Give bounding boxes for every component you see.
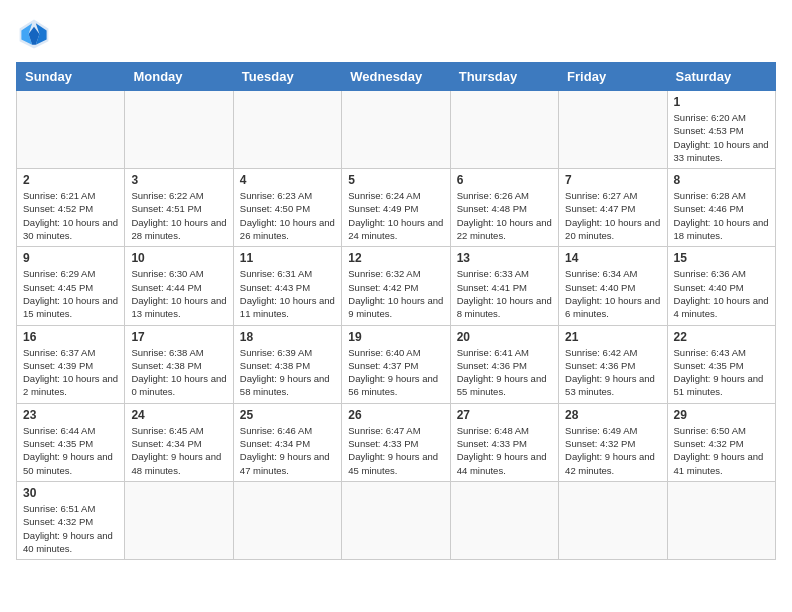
- day-info: Sunrise: 6:29 AM Sunset: 4:45 PM Dayligh…: [23, 267, 118, 320]
- day-number: 5: [348, 173, 443, 187]
- calendar-cell: 28Sunrise: 6:49 AM Sunset: 4:32 PM Dayli…: [559, 403, 667, 481]
- day-info: Sunrise: 6:21 AM Sunset: 4:52 PM Dayligh…: [23, 189, 118, 242]
- weekday-header-tuesday: Tuesday: [233, 63, 341, 91]
- day-info: Sunrise: 6:26 AM Sunset: 4:48 PM Dayligh…: [457, 189, 552, 242]
- calendar-cell: [667, 481, 775, 559]
- calendar-cell: 9Sunrise: 6:29 AM Sunset: 4:45 PM Daylig…: [17, 247, 125, 325]
- calendar-cell: 4Sunrise: 6:23 AM Sunset: 4:50 PM Daylig…: [233, 169, 341, 247]
- day-number: 18: [240, 330, 335, 344]
- day-number: 4: [240, 173, 335, 187]
- day-number: 10: [131, 251, 226, 265]
- generalblue-logo-icon: [16, 16, 52, 52]
- day-number: 29: [674, 408, 769, 422]
- calendar-week-2: 2Sunrise: 6:21 AM Sunset: 4:52 PM Daylig…: [17, 169, 776, 247]
- calendar-cell: 22Sunrise: 6:43 AM Sunset: 4:35 PM Dayli…: [667, 325, 775, 403]
- calendar-cell: 23Sunrise: 6:44 AM Sunset: 4:35 PM Dayli…: [17, 403, 125, 481]
- day-number: 7: [565, 173, 660, 187]
- calendar-cell: 2Sunrise: 6:21 AM Sunset: 4:52 PM Daylig…: [17, 169, 125, 247]
- calendar-cell: 7Sunrise: 6:27 AM Sunset: 4:47 PM Daylig…: [559, 169, 667, 247]
- day-info: Sunrise: 6:34 AM Sunset: 4:40 PM Dayligh…: [565, 267, 660, 320]
- calendar-cell: 20Sunrise: 6:41 AM Sunset: 4:36 PM Dayli…: [450, 325, 558, 403]
- calendar-cell: 13Sunrise: 6:33 AM Sunset: 4:41 PM Dayli…: [450, 247, 558, 325]
- calendar-cell: 19Sunrise: 6:40 AM Sunset: 4:37 PM Dayli…: [342, 325, 450, 403]
- calendar-week-1: 1Sunrise: 6:20 AM Sunset: 4:53 PM Daylig…: [17, 91, 776, 169]
- calendar-cell: 18Sunrise: 6:39 AM Sunset: 4:38 PM Dayli…: [233, 325, 341, 403]
- day-number: 19: [348, 330, 443, 344]
- day-info: Sunrise: 6:38 AM Sunset: 4:38 PM Dayligh…: [131, 346, 226, 399]
- weekday-header-monday: Monday: [125, 63, 233, 91]
- day-info: Sunrise: 6:23 AM Sunset: 4:50 PM Dayligh…: [240, 189, 335, 242]
- weekday-header-wednesday: Wednesday: [342, 63, 450, 91]
- calendar-cell: 5Sunrise: 6:24 AM Sunset: 4:49 PM Daylig…: [342, 169, 450, 247]
- day-number: 13: [457, 251, 552, 265]
- day-info: Sunrise: 6:41 AM Sunset: 4:36 PM Dayligh…: [457, 346, 552, 399]
- day-info: Sunrise: 6:27 AM Sunset: 4:47 PM Dayligh…: [565, 189, 660, 242]
- day-number: 6: [457, 173, 552, 187]
- day-number: 27: [457, 408, 552, 422]
- day-info: Sunrise: 6:37 AM Sunset: 4:39 PM Dayligh…: [23, 346, 118, 399]
- calendar-cell: 1Sunrise: 6:20 AM Sunset: 4:53 PM Daylig…: [667, 91, 775, 169]
- day-number: 20: [457, 330, 552, 344]
- weekday-header-thursday: Thursday: [450, 63, 558, 91]
- calendar-cell: 26Sunrise: 6:47 AM Sunset: 4:33 PM Dayli…: [342, 403, 450, 481]
- day-info: Sunrise: 6:46 AM Sunset: 4:34 PM Dayligh…: [240, 424, 335, 477]
- calendar-cell: [125, 91, 233, 169]
- day-number: 23: [23, 408, 118, 422]
- day-number: 28: [565, 408, 660, 422]
- day-number: 2: [23, 173, 118, 187]
- calendar-cell: 30Sunrise: 6:51 AM Sunset: 4:32 PM Dayli…: [17, 481, 125, 559]
- day-info: Sunrise: 6:51 AM Sunset: 4:32 PM Dayligh…: [23, 502, 118, 555]
- day-number: 15: [674, 251, 769, 265]
- calendar-cell: [450, 91, 558, 169]
- calendar-cell: 21Sunrise: 6:42 AM Sunset: 4:36 PM Dayli…: [559, 325, 667, 403]
- calendar-cell: [17, 91, 125, 169]
- day-info: Sunrise: 6:43 AM Sunset: 4:35 PM Dayligh…: [674, 346, 769, 399]
- calendar-cell: [559, 481, 667, 559]
- day-number: 17: [131, 330, 226, 344]
- day-number: 1: [674, 95, 769, 109]
- day-info: Sunrise: 6:36 AM Sunset: 4:40 PM Dayligh…: [674, 267, 769, 320]
- calendar-cell: 17Sunrise: 6:38 AM Sunset: 4:38 PM Dayli…: [125, 325, 233, 403]
- day-number: 3: [131, 173, 226, 187]
- day-number: 9: [23, 251, 118, 265]
- calendar-cell: 29Sunrise: 6:50 AM Sunset: 4:32 PM Dayli…: [667, 403, 775, 481]
- weekday-header-sunday: Sunday: [17, 63, 125, 91]
- day-info: Sunrise: 6:31 AM Sunset: 4:43 PM Dayligh…: [240, 267, 335, 320]
- day-info: Sunrise: 6:50 AM Sunset: 4:32 PM Dayligh…: [674, 424, 769, 477]
- day-info: Sunrise: 6:42 AM Sunset: 4:36 PM Dayligh…: [565, 346, 660, 399]
- day-number: 12: [348, 251, 443, 265]
- day-info: Sunrise: 6:20 AM Sunset: 4:53 PM Dayligh…: [674, 111, 769, 164]
- day-info: Sunrise: 6:45 AM Sunset: 4:34 PM Dayligh…: [131, 424, 226, 477]
- day-number: 14: [565, 251, 660, 265]
- calendar-week-6: 30Sunrise: 6:51 AM Sunset: 4:32 PM Dayli…: [17, 481, 776, 559]
- calendar-cell: 15Sunrise: 6:36 AM Sunset: 4:40 PM Dayli…: [667, 247, 775, 325]
- day-info: Sunrise: 6:22 AM Sunset: 4:51 PM Dayligh…: [131, 189, 226, 242]
- logo: [16, 16, 56, 52]
- day-info: Sunrise: 6:30 AM Sunset: 4:44 PM Dayligh…: [131, 267, 226, 320]
- day-info: Sunrise: 6:33 AM Sunset: 4:41 PM Dayligh…: [457, 267, 552, 320]
- day-number: 8: [674, 173, 769, 187]
- calendar-cell: 25Sunrise: 6:46 AM Sunset: 4:34 PM Dayli…: [233, 403, 341, 481]
- day-info: Sunrise: 6:28 AM Sunset: 4:46 PM Dayligh…: [674, 189, 769, 242]
- calendar-cell: 10Sunrise: 6:30 AM Sunset: 4:44 PM Dayli…: [125, 247, 233, 325]
- day-number: 26: [348, 408, 443, 422]
- calendar-week-4: 16Sunrise: 6:37 AM Sunset: 4:39 PM Dayli…: [17, 325, 776, 403]
- calendar-cell: 3Sunrise: 6:22 AM Sunset: 4:51 PM Daylig…: [125, 169, 233, 247]
- calendar-week-3: 9Sunrise: 6:29 AM Sunset: 4:45 PM Daylig…: [17, 247, 776, 325]
- day-number: 30: [23, 486, 118, 500]
- day-info: Sunrise: 6:47 AM Sunset: 4:33 PM Dayligh…: [348, 424, 443, 477]
- calendar-cell: [233, 91, 341, 169]
- calendar-table: SundayMondayTuesdayWednesdayThursdayFrid…: [16, 62, 776, 560]
- calendar-week-5: 23Sunrise: 6:44 AM Sunset: 4:35 PM Dayli…: [17, 403, 776, 481]
- calendar-cell: 16Sunrise: 6:37 AM Sunset: 4:39 PM Dayli…: [17, 325, 125, 403]
- day-info: Sunrise: 6:49 AM Sunset: 4:32 PM Dayligh…: [565, 424, 660, 477]
- day-info: Sunrise: 6:40 AM Sunset: 4:37 PM Dayligh…: [348, 346, 443, 399]
- day-info: Sunrise: 6:32 AM Sunset: 4:42 PM Dayligh…: [348, 267, 443, 320]
- day-number: 25: [240, 408, 335, 422]
- calendar-cell: [125, 481, 233, 559]
- calendar-cell: [450, 481, 558, 559]
- calendar-cell: [342, 91, 450, 169]
- calendar-cell: 12Sunrise: 6:32 AM Sunset: 4:42 PM Dayli…: [342, 247, 450, 325]
- weekday-header-friday: Friday: [559, 63, 667, 91]
- calendar-cell: 14Sunrise: 6:34 AM Sunset: 4:40 PM Dayli…: [559, 247, 667, 325]
